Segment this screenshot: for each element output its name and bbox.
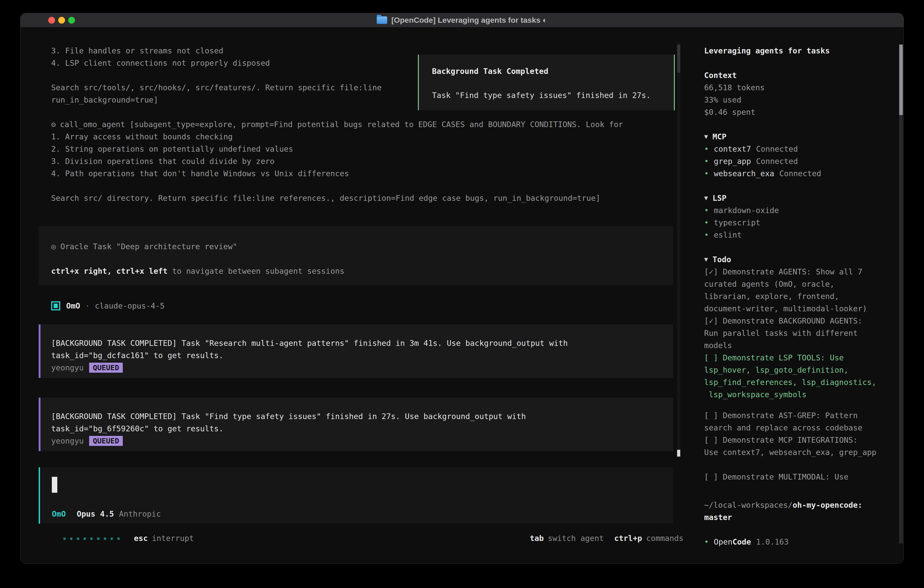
workspace-branch: master [704,511,898,524]
status-right: tabswitch agentctrl+pcommands [530,532,683,544]
mcp-section-heading: ▼MCP [704,130,898,143]
hint-rest: to navigate between subagent sessions [168,266,345,276]
input-modeline: OmOOpus 4.5Anthropic [52,508,161,520]
mcp-heading-label: MCP [713,130,726,143]
todo-pending-line: [ ] Demonstrate MCP INTEGRATIONS: [704,434,898,446]
task-result-meta: yeongyuQUEUED [51,435,673,447]
agent-name: OmO [66,301,80,311]
conversation-area: 3. File handles or streams not closed 4.… [39,45,673,524]
sidebar: Leveraging agents for tasks Context 66,5… [704,45,898,548]
oracle-task-box: ◎Oracle Task "Deep architecture review" … [39,226,673,285]
todo-active-line: [ ] Demonstrate LSP TOOLS: Use [704,352,898,364]
text-cursor [52,477,57,493]
mcp-item: •websearch_exaConnected [704,167,898,180]
input-provider-name: Anthropic [119,508,161,520]
app-version: 1.0.163 [756,536,789,548]
todo-done-line: [✓] Demonstrate AGENTS: Show all 7 [704,266,898,278]
oracle-task-title: ◎Oracle Task "Deep architecture review" [39,240,673,253]
main-scrollbar-track[interactable] [677,43,680,457]
task-author: yeongyu [51,363,84,372]
prompt-input[interactable]: OmOOpus 4.5Anthropic [39,467,673,524]
zoom-button[interactable] [68,17,75,24]
context-used: 33% used [704,94,898,106]
main-scrollbar-segment[interactable] [677,45,680,73]
status-badge: QUEUED [89,436,123,446]
status-left: ▪▪▪▪▪▪▪▪▪escinterrupt [63,532,194,544]
todo-done-line: [✓] Demonstrate BACKGROUND AGENTS: [704,315,898,327]
main-scrollbar-thumb[interactable] [677,450,680,457]
todo-done-line: curated agents (OmO, oracle, [704,278,898,290]
minimize-button[interactable] [58,17,65,24]
toast-body: Task "Find type safety issues" finished … [432,89,674,101]
app-name-open: Open [714,536,733,548]
lsp-item: •eslint [704,229,898,241]
sidebar-scrollbar-track[interactable] [899,45,903,543]
task-result-line: [BACKGROUND TASK COMPLETED] Task "Resear… [51,337,673,349]
esc-key-hint: esc [134,532,148,544]
task-result-meta: yeongyuQUEUED [51,362,673,374]
todo-active-line: lsp_workspace_symbols [704,388,898,401]
task-result-line: task_id="bg_dcfac161" to get results. [51,349,673,362]
task-result-line: [BACKGROUND TASK COMPLETED] Task "Find t… [51,410,673,423]
context-spent: $0.46 spent [704,106,898,118]
todo-pending-line: [ ] Demonstrate MULTIMODAL: Use [704,471,898,483]
todo-heading-label: Todo [713,253,731,266]
lsp-item: •markdown-oxide [704,204,898,216]
mcp-status: Connected [756,155,798,167]
bullet-icon: • [704,536,709,548]
agent-square-icon [51,301,60,311]
mcp-status: Connected [756,143,798,155]
task-author: yeongyu [51,436,84,446]
collapse-triangle-icon: ▼ [704,192,708,204]
context-tokens: 66,518 tokens [704,81,898,94]
window-titlebar[interactable]: [OpenCode] Leveraging agents for tasks ◐ [20,13,904,27]
traffic-lights [48,17,75,24]
input-agent-name[interactable]: OmO [52,508,66,520]
navigation-hint: ctrl+x right, ctrl+x left to navigate be… [39,265,673,277]
window-title-group: [OpenCode] Leveraging agents for tasks ◐ [377,16,547,25]
collapse-triangle-icon: ▼ [704,253,708,266]
hint-keys: ctrl+x right, ctrl+x left [51,266,168,276]
bullet-icon: • [704,229,709,241]
sidebar-title: Leveraging agents for tasks [704,45,898,57]
mcp-item: •context7Connected [704,143,898,155]
bullet-icon: • [704,143,709,155]
bullet-icon: • [704,204,709,216]
todo-done-line: document-writer, multimodal-looker) [704,302,898,315]
mcp-name: websearch_exa [714,167,774,180]
bullet-icon: • [704,155,709,167]
background-task-result: [BACKGROUND TASK COMPLETED] Task "Find t… [39,398,673,451]
lsp-name: eslint [714,229,742,241]
window-title: [OpenCode] Leveraging agents for tasks ◐ [391,16,547,25]
mcp-name: grep_app [714,155,751,167]
workspace-path-prefix: ~/local-workspaces/ [704,499,793,511]
oracle-icon: ◎ [51,242,56,251]
workspace-path: ~/local-workspaces/oh-my-opencode: [704,499,898,511]
lsp-section-heading: ▼LSP [704,192,898,204]
agent-separator: · [85,301,89,311]
status-bar: ▪▪▪▪▪▪▪▪▪escinterrupt tabswitch agentctr… [63,532,683,544]
tool-call-tail: Search src/ directory. Return specific f… [39,192,673,204]
terminal-window: [OpenCode] Leveraging agents for tasks ◐… [20,13,904,563]
tool-call-line: ⚙call_omo_agent [subagent_type=explore, … [39,118,673,130]
todo-pending-line: Use context7, websearch_exa, grep_app [704,446,898,458]
folder-icon [377,17,387,24]
lsp-name: typescript [714,216,760,229]
spinner-dots-icon: ▪▪▪▪▪▪▪▪▪ [63,532,124,544]
tool-call-text: call_omo_agent [subagent_type=explore, p… [60,120,623,129]
close-button[interactable] [48,17,55,24]
agent-model: claude-opus-4-5 [95,301,165,311]
input-model-name[interactable]: Opus 4.5 [77,508,114,520]
esc-key-label: interrupt [152,532,194,544]
sidebar-scrollbar-thumb[interactable] [899,45,903,115]
tool-call-item: 4. Path operations that don't handle Win… [39,167,673,180]
bullet-icon: • [704,167,709,180]
status-badge: QUEUED [89,363,123,373]
tool-call-item: 1. Array access without bounds checking [39,130,673,143]
tool-call-item: 3. Division operations that could divide… [39,155,673,167]
gear-icon: ⚙ [51,120,56,129]
bullet-icon: • [704,216,709,229]
background-task-toast: Background Task Completed Task "Find typ… [418,55,675,110]
background-task-result: [BACKGROUND TASK COMPLETED] Task "Resear… [39,324,673,378]
app-version-line: •OpenCode1.0.163 [704,536,898,548]
